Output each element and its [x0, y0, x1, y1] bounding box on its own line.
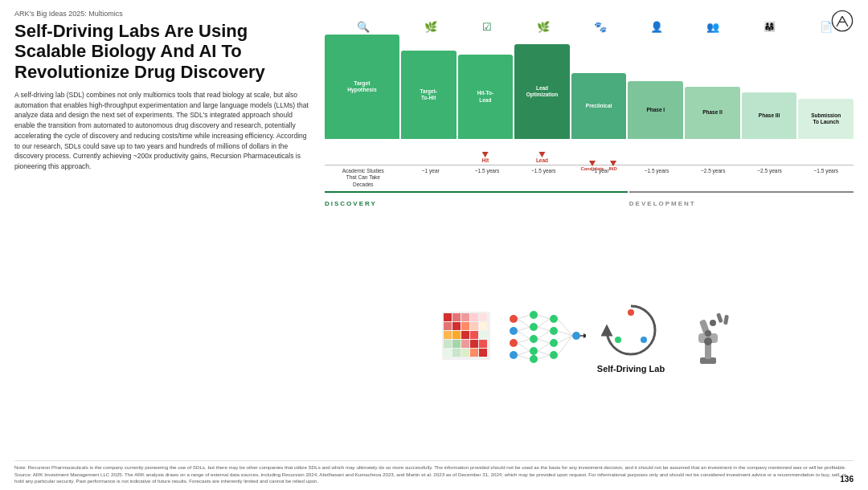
bar-preclinical: Preclinical Candidate IND — [571, 73, 627, 139]
svg-rect-21 — [452, 340, 461, 348]
pipeline-section: 🔍 🌿 ☑ 🌿 🐾 👤 👥 👨‍👩‍👧 📄 TargetHypothesis — [325, 21, 854, 209]
lead-marker: Lead — [536, 152, 548, 163]
icon-hit-to-lead: ☑ — [460, 21, 514, 33]
bar-phase1: Phase I — [628, 81, 683, 139]
svg-point-73 — [704, 337, 712, 345]
svg-point-43 — [572, 332, 580, 340]
svg-point-33 — [510, 351, 518, 359]
svg-rect-22 — [461, 340, 469, 348]
icon-phase3: 👨‍👩‍👧 — [742, 21, 796, 33]
svg-point-37 — [530, 347, 538, 355]
pipeline-bars: TargetHypothesis Target-To-Hit Hit-To-Le… — [325, 35, 854, 139]
svg-rect-27 — [461, 349, 469, 357]
svg-rect-12 — [461, 322, 469, 330]
footer-text: Note: Recursion Pharmaceuticals is the c… — [14, 460, 854, 485]
bar-hit-to-lead: Hit-To-Lead Hit — [458, 55, 514, 139]
duration-stl: ~1.5 years — [799, 168, 854, 188]
svg-point-36 — [530, 335, 538, 343]
discovery-label: DISCOVERY — [325, 191, 628, 209]
robot-svg — [676, 305, 740, 365]
svg-rect-29 — [479, 349, 487, 357]
development-label: DEVELOPMENT — [629, 191, 854, 209]
neural-net-illustration — [506, 307, 586, 365]
svg-rect-8 — [470, 313, 478, 321]
svg-line-46 — [518, 327, 530, 331]
svg-rect-17 — [461, 331, 469, 339]
svg-line-59 — [538, 355, 550, 359]
icon-target-to-hit: 🌿 — [403, 21, 458, 33]
duration-p3: ~2.5 years — [742, 168, 796, 188]
duration-th: Academic StudiesThat Can TakeDecades — [325, 168, 402, 188]
svg-point-30 — [510, 315, 518, 323]
svg-point-65 — [641, 337, 647, 343]
svg-point-32 — [510, 339, 518, 347]
svg-point-38 — [530, 355, 538, 363]
cycle-illustration: Self-Driving Lab — [597, 298, 665, 374]
svg-point-41 — [550, 339, 558, 347]
sdl-label: Self-Driving Lab — [597, 364, 665, 374]
svg-line-52 — [538, 315, 550, 319]
main-title: Self-Driving Labs Are Using Scalable Bio… — [14, 21, 312, 82]
page-container: ARK's Big Ideas 2025: Multiomics Self-Dr… — [0, 0, 868, 490]
body-text: A self-driving lab (SDL) combines not on… — [14, 90, 312, 172]
svg-line-57 — [538, 343, 550, 351]
right-column: 🔍 🌿 ☑ 🌿 🐾 👤 👥 👨‍👩‍👧 📄 TargetHypothesis — [325, 21, 854, 455]
svg-rect-71 — [716, 312, 723, 323]
svg-rect-20 — [444, 340, 452, 348]
svg-point-64 — [628, 309, 634, 316]
svg-point-42 — [550, 351, 558, 359]
bar-submission: SubmissionTo Launch — [798, 99, 854, 139]
duration-lo: ~1.5 years — [516, 168, 571, 188]
svg-rect-10 — [444, 322, 452, 330]
svg-point-74 — [705, 330, 711, 337]
svg-rect-24 — [479, 340, 487, 348]
svg-rect-72 — [723, 315, 729, 325]
heatmap-illustration — [438, 308, 494, 364]
svg-rect-5 — [444, 313, 452, 321]
svg-rect-19 — [479, 331, 487, 339]
icon-preclinical: 🐾 — [573, 21, 628, 33]
svg-rect-7 — [461, 313, 469, 321]
svg-rect-18 — [470, 331, 478, 339]
icon-target-hypothesis: 🔍 — [325, 21, 402, 33]
svg-line-62 — [558, 336, 572, 343]
svg-rect-14 — [479, 322, 487, 330]
bar-target-hypothesis: TargetHypothesis — [325, 35, 399, 139]
svg-line-63 — [558, 336, 572, 355]
svg-rect-16 — [452, 331, 461, 339]
icon-phase2: 👥 — [686, 21, 740, 33]
svg-rect-11 — [452, 322, 461, 330]
robot-arm-illustration — [676, 305, 740, 365]
left-column: Self-Driving Labs Are Using Scalable Bio… — [14, 21, 312, 455]
svg-line-54 — [538, 327, 550, 331]
svg-line-51 — [518, 355, 530, 359]
svg-line-45 — [518, 319, 530, 327]
illustrations-section: Self-Driving Lab — [325, 215, 854, 455]
svg-rect-6 — [452, 313, 461, 321]
svg-rect-23 — [470, 340, 478, 348]
page-number: 136 — [840, 475, 854, 484]
neural-net-svg — [506, 307, 586, 365]
bar-phase3: Phase III — [742, 92, 797, 139]
header-subtitle: ARK's Big Ideas 2025: Multiomics — [14, 10, 854, 18]
svg-rect-26 — [452, 349, 461, 357]
phase-labels: DISCOVERY DEVELOPMENT — [325, 191, 854, 209]
svg-point-31 — [510, 327, 518, 335]
svg-line-53 — [538, 319, 550, 327]
svg-line-58 — [538, 351, 550, 355]
svg-point-35 — [530, 323, 538, 331]
svg-rect-15 — [444, 331, 452, 339]
hit-marker: Hit — [482, 152, 489, 163]
svg-rect-25 — [444, 349, 452, 357]
svg-line-49 — [518, 343, 530, 351]
heatmap-svg — [438, 308, 494, 364]
bar-target-to-hit: Target-To-Hit — [401, 51, 457, 139]
icon-submission: 📄 — [799, 21, 854, 33]
svg-rect-9 — [479, 313, 487, 321]
svg-point-34 — [530, 311, 538, 319]
svg-line-47 — [518, 331, 530, 339]
cycle-svg — [599, 298, 663, 362]
svg-rect-28 — [470, 349, 478, 357]
bar-phase2: Phase II — [685, 87, 740, 139]
svg-line-48 — [518, 339, 530, 343]
